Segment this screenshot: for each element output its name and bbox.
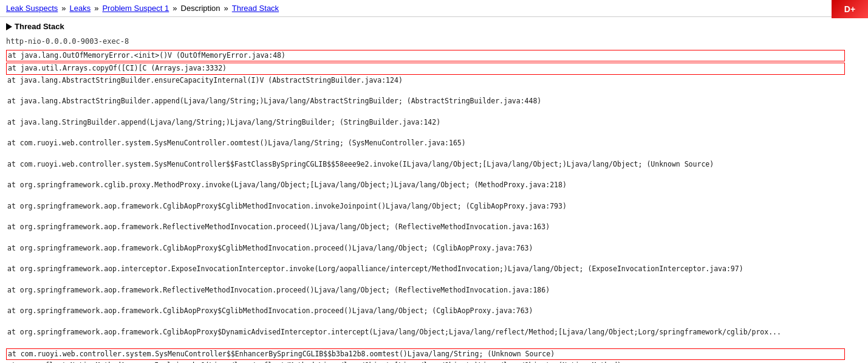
breadcrumb-description: Description (181, 4, 220, 13)
stack-line: at java.lang.AbstractStringBuilder.ensur… (6, 75, 862, 86)
logo: D+ (832, 0, 868, 18)
stack-line: at org.springframework.aop.framework.Ref… (6, 222, 862, 232)
breadcrumb-sep-3: » (173, 4, 177, 13)
breadcrumb-sep-4: » (224, 4, 228, 13)
main-content: Thread Stack http-nio-0.0.0.0-9003-exec-… (0, 17, 868, 363)
stack-line: at org.springframework.cglib.proxy.Metho… (6, 180, 862, 190)
stack-line: at org.springframework.aop.framework.Cgl… (6, 306, 862, 316)
collapse-triangle-icon[interactable] (6, 23, 12, 30)
breadcrumb-sep-2: » (94, 4, 98, 13)
stack-line-highlighted: at java.util.Arrays.copyOf([CI)[C (Array… (6, 63, 845, 74)
thread-id: http-nio-0.0.0.0-9003-exec-8 (6, 37, 862, 46)
stack-line: at org.springframework.aop.interceptor.E… (6, 264, 862, 274)
stack-line: at org.springframework.aop.framework.Ref… (6, 285, 862, 296)
section-title-label: Thread Stack (15, 22, 64, 31)
stack-trace-container: at java.lang.OutOfMemoryError.<init>()V … (6, 49, 862, 363)
stack-line: at org.springframework.aop.framework.Cgl… (6, 243, 862, 254)
breadcrumb-thread-stack[interactable]: Thread Stack (232, 4, 279, 13)
stack-line: at org.springframework.aop.framework.Cgl… (6, 201, 862, 212)
stack-line: at sun.reflect.NativeMethodAccessorImpl.… (6, 361, 862, 363)
thread-stack-title: Thread Stack (6, 22, 862, 31)
stack-line-highlighted: at com.ruoyi.web.controller.system.SysMe… (6, 348, 845, 360)
stack-line: at java.lang.AbstractStringBuilder.appen… (6, 96, 862, 106)
breadcrumb-leak-suspects[interactable]: Leak Suspects (6, 4, 58, 13)
stack-line-highlighted: at java.lang.OutOfMemoryError.<init>()V … (6, 50, 845, 61)
stack-line: at org.springframework.aop.framework.Cgl… (6, 327, 862, 337)
stack-line: at com.ruoyi.web.controller.system.SysMe… (6, 138, 862, 148)
breadcrumb-problem-suspect[interactable]: Problem Suspect 1 (102, 4, 169, 13)
breadcrumb-leaks[interactable]: Leaks (70, 4, 91, 13)
stack-line: at java.lang.StringBuilder.append(Ljava/… (6, 117, 862, 128)
breadcrumb-sep-1: » (61, 4, 66, 13)
breadcrumb-bar: Leak Suspects » Leaks » Problem Suspect … (0, 0, 868, 17)
stack-line: at com.ruoyi.web.controller.system.SysMe… (6, 159, 862, 170)
